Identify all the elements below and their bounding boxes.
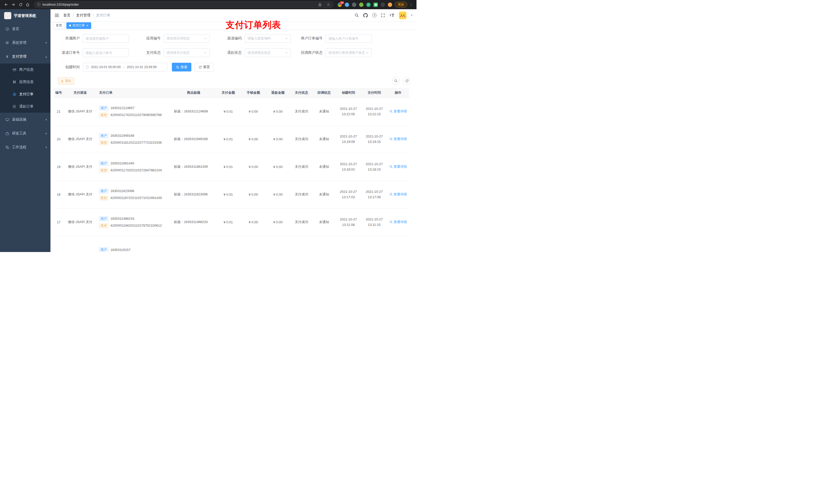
reset-button[interactable]: 重置 — [194, 63, 214, 71]
channel-order-no-input[interactable] — [83, 48, 129, 57]
github-icon[interactable] — [363, 13, 368, 18]
cell-notify: 未通知 — [313, 181, 335, 208]
cell-amount: ¥ 0.01 — [215, 181, 241, 208]
extension-icon[interactable] — [345, 3, 349, 7]
fullscreen-icon[interactable] — [381, 13, 385, 18]
cell-action: 查看详情 — [387, 153, 409, 181]
sidebar-item-dev-tools[interactable]: 研发工具 ▾ — [0, 126, 50, 140]
extension-icon[interactable] — [359, 3, 363, 7]
merchant-order-no-input[interactable] — [326, 34, 372, 43]
browser-reload-button[interactable] — [17, 1, 24, 8]
app-select[interactable]: 请选择应用信息 — [164, 34, 210, 43]
view-detail-link[interactable]: 查看详情 — [389, 137, 407, 141]
show-search-toggle-button[interactable] — [392, 77, 400, 85]
col-channel: 支付渠道 — [63, 88, 97, 98]
view-detail-link[interactable]: 查看详情 — [389, 192, 407, 197]
view-detail-link[interactable]: 查看详情 — [389, 109, 407, 114]
sidebar-item-refund-order[interactable]: 退款订单 — [0, 100, 50, 113]
breadcrumb-home[interactable]: 首页 — [63, 13, 70, 18]
toolbox-icon — [5, 131, 9, 136]
cell-notify: 未通知 — [313, 98, 335, 125]
site-info-icon[interactable]: ⓘ — [37, 2, 41, 7]
filter-pay-status: 支付状态 请选择支付状态 — [135, 48, 216, 57]
col-pay-order: 支付订单 — [97, 88, 172, 98]
sidebar-item-payment[interactable]: ¥ 支付管理 ▴ — [0, 50, 50, 64]
merchant-order-number: 1635311468233 — [111, 217, 134, 220]
channel-pay-number: 4200001174202110278060590766 — [111, 113, 162, 117]
extension-icon[interactable] — [352, 3, 356, 7]
cell-channel: 微信 JSAPI 支付 — [63, 125, 97, 153]
cell-status: 支付成功 — [290, 153, 313, 181]
channel-pay-number: 4200001173202110272847982104 — [111, 168, 162, 172]
browser-update-button[interactable]: 更新 — [395, 2, 407, 8]
extension-icon[interactable]: ✓ — [366, 3, 371, 7]
sidebar-item-app-info[interactable]: 应用信息 — [0, 76, 50, 88]
cell-create-time: 2021-10-27 13:18:02 — [335, 153, 361, 181]
browser-home-button[interactable] — [24, 1, 31, 8]
extension-icon[interactable] — [388, 3, 392, 7]
chevron-down-icon — [366, 51, 369, 54]
pay-status-select[interactable]: 请选择支付状态 — [164, 48, 210, 57]
address-bar[interactable]: ⓘ localhost:1024/pay/order ☆ — [34, 1, 334, 8]
bank-card-icon — [12, 68, 16, 72]
col-amount: 支付金额 — [215, 88, 241, 98]
cell-amount: ¥ 0.01 — [215, 153, 241, 181]
tab-pay-order[interactable]: 支付订单 × — [66, 22, 91, 29]
cell-status: 支付成功 — [290, 181, 313, 208]
channel-code-select[interactable]: 请输入渠道编码 — [245, 34, 291, 43]
search-button[interactable]: 搜索 — [172, 63, 191, 71]
filter-channel-order-no: 渠道订单号 — [54, 48, 135, 57]
sidebar-item-home[interactable]: 首页 — [0, 22, 50, 36]
filter-notify-status: 回调商户状态 请选择订单回调商户状态 — [297, 48, 378, 57]
cell-pay-time: 2021-10-27 13:22:15 — [361, 98, 387, 125]
sidebar-toggle-icon[interactable] — [54, 13, 59, 18]
sidebar-item-workflow[interactable]: 工作流程 ▾ — [0, 140, 50, 154]
sidebar-item-system[interactable]: 系统管理 ▾ — [0, 36, 50, 50]
browser-forward-button[interactable] — [10, 1, 17, 8]
cell-pay-time: 2021-10-27 13:19:15 — [361, 125, 387, 153]
browser-menu-icon[interactable]: ⋮ — [407, 3, 414, 7]
top-navbar: 首页 / 支付管理 / 支付订单 ? — [50, 9, 416, 21]
help-icon[interactable]: ? — [372, 13, 377, 18]
share-icon[interactable] — [317, 3, 323, 6]
yen-icon: ¥ — [5, 54, 9, 58]
chevron-down-icon: ▾ — [45, 146, 47, 149]
date-range-input[interactable]: 2021-10-01 00:00:00 - 2021-10-31 23:59:5… — [83, 63, 167, 71]
bookmark-star-icon[interactable]: ☆ — [325, 2, 332, 7]
sidebar-item-pay-order[interactable]: 支付订单 — [0, 88, 50, 100]
extension-icon[interactable] — [374, 3, 378, 7]
tab-home[interactable]: 首页 — [53, 22, 65, 29]
font-size-icon[interactable] — [389, 13, 395, 18]
browser-toolbar: ⓘ localhost:1024/pay/order ☆ 10 ✓ 更新 ⋮ — [0, 0, 416, 9]
refresh-table-button[interactable] — [403, 77, 411, 85]
view-detail-link[interactable]: 查看详情 — [389, 164, 407, 169]
merchant-input[interactable] — [83, 34, 129, 43]
app-frame: 芋道管理系统 首页 系统管理 ▾ ¥ 支付管理 ▴ — [0, 9, 416, 252]
search-icon[interactable] — [355, 13, 359, 18]
extension-icon[interactable]: 10 — [338, 3, 342, 7]
refund-status-select[interactable]: 请选择退款状态 — [245, 48, 291, 57]
view-detail-link[interactable]: 查看详情 — [389, 220, 407, 224]
cell-status: 支付成功 — [290, 98, 313, 125]
close-icon[interactable]: × — [86, 24, 88, 27]
export-button[interactable]: 导出 — [57, 77, 74, 85]
merchant-tag: 商户 — [99, 189, 109, 194]
browser-back-button[interactable] — [3, 1, 10, 8]
caret-down-icon[interactable]: ▾ — [411, 14, 412, 17]
sidebar-logo[interactable]: 芋道管理系统 — [0, 9, 50, 22]
breadcrumb-payment[interactable]: 支付管理 — [76, 13, 90, 18]
cell-refund: ¥ 0.00 — [266, 125, 290, 153]
cell-refund: ¥ 0.00 — [266, 181, 290, 208]
extension-icon[interactable] — [381, 3, 385, 7]
sidebar-item-infrastructure[interactable]: 基础设施 ▾ — [0, 113, 50, 126]
navbar-actions: ? ▾ — [355, 11, 412, 19]
user-avatar[interactable] — [399, 11, 406, 19]
notify-status-select[interactable]: 请选择订单回调商户状态 — [326, 48, 372, 57]
cell-pay-order: 商户 1635311468233 支付 42000011942021102767… — [97, 208, 172, 236]
chevron-down-icon — [204, 37, 207, 40]
cell-pay-time: 2021-10-27 13:11:15 — [361, 208, 387, 236]
active-tab-dot — [69, 25, 71, 26]
url-text: localhost:1024/pay/order — [43, 3, 314, 6]
merchant-order-number: 16353119157 — [111, 248, 130, 252]
sidebar-item-merchant-info[interactable]: 商户信息 — [0, 64, 50, 76]
